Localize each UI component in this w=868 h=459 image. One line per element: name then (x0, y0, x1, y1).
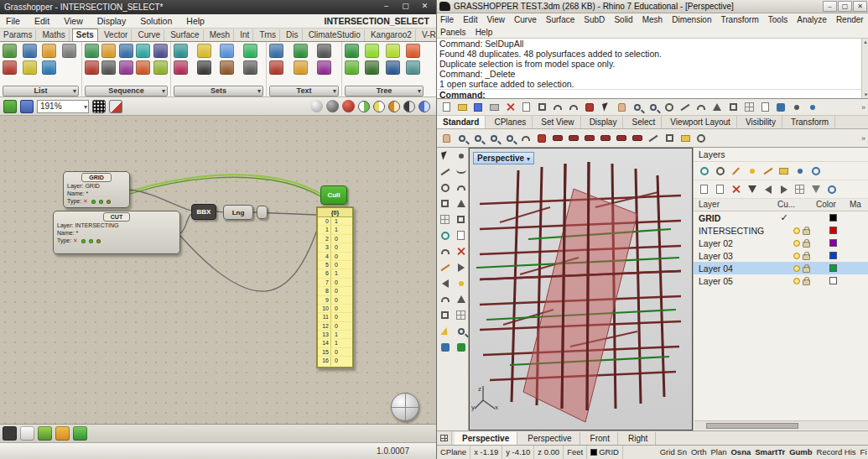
layer-row[interactable]: Layer 02 (694, 237, 868, 249)
menu-dimension[interactable]: Dimension (668, 13, 715, 26)
grid-param-node[interactable]: GRID Layer: GRID Name: * Type: ✕ (63, 171, 130, 208)
remote-panel-icon[interactable] (73, 426, 87, 441)
data-panel-node[interactable]: {0} 01 11 20 30 40 50 61 70 80 90 100 11… (316, 206, 354, 368)
grasshopper-canvas[interactable]: GRID Layer: GRID Name: * Type: ✕ CUT Lay… (0, 116, 436, 424)
toggle-filter[interactable]: Fi (858, 446, 868, 459)
properties-icon[interactable] (757, 100, 772, 114)
tab-kangaroo2[interactable]: Kangaroo2 (367, 29, 416, 42)
error-shield-icon[interactable] (342, 100, 355, 112)
layer-color-swatch[interactable] (829, 214, 837, 222)
polygon-tool-icon[interactable] (453, 196, 469, 211)
menu-view[interactable]: View (483, 13, 508, 26)
tab-vray[interactable]: V-Ray (418, 29, 436, 42)
trim-tool-icon[interactable] (453, 243, 469, 259)
tab-set-view[interactable]: Set View (535, 116, 580, 128)
viewport-layout-icon[interactable] (437, 431, 452, 445)
cylinder-tool-icon[interactable] (453, 227, 469, 243)
layer-on-icon[interactable] (746, 164, 758, 177)
point-tool-icon[interactable] (453, 148, 469, 164)
cull-pattern-icon[interactable] (85, 60, 99, 75)
menu-render[interactable]: Render (833, 13, 867, 26)
layer-notify-icon[interactable] (793, 164, 806, 177)
duplicate-data-icon[interactable] (153, 44, 168, 58)
tab-maths[interactable]: Maths (39, 29, 70, 42)
menu-help[interactable]: Help (180, 14, 211, 28)
repeat-data-icon[interactable] (119, 60, 133, 75)
viewport-title-dropdown[interactable]: Perspective ▾ (473, 152, 534, 164)
tab-sets[interactable]: Sets (72, 29, 98, 42)
layer-row-selected[interactable]: Layer 04 (694, 262, 868, 274)
length-node[interactable]: Lng (223, 205, 253, 220)
toggle-gridsnap[interactable]: Grid Sn (657, 446, 689, 459)
palette-label-list[interactable]: List ▾ (3, 86, 79, 96)
tab-visibility[interactable]: Visibility (740, 116, 782, 128)
layer-row[interactable]: Layer 03 (694, 249, 868, 262)
shaded-display-icon[interactable] (373, 101, 385, 112)
redo-icon[interactable] (566, 100, 581, 114)
menu-solid[interactable]: Solid (611, 13, 636, 26)
menu-file[interactable]: File (437, 13, 457, 26)
new-document-icon[interactable] (3, 100, 17, 113)
tab-display[interactable]: Display (584, 116, 624, 128)
menu-display[interactable]: Display (91, 14, 132, 28)
toolbar-overflow-icon[interactable]: » (861, 103, 867, 112)
command-scrollbar[interactable]: ▲ ▼ (861, 39, 868, 98)
select-objects-icon[interactable] (534, 131, 549, 145)
select-curves-icon[interactable] (566, 131, 581, 145)
toggle-record-history[interactable]: Record His (814, 446, 858, 459)
layer-material-icon[interactable] (761, 164, 774, 177)
minimize-icon[interactable]: – (823, 1, 837, 12)
camera-tool-icon[interactable] (662, 131, 677, 145)
render-icon[interactable] (773, 100, 788, 114)
zoom-extents-icon[interactable] (502, 131, 517, 145)
stack-data-icon[interactable] (136, 60, 150, 75)
close-icon[interactable]: ✕ (853, 1, 867, 12)
command-prompt-input[interactable]: Command: (437, 89, 868, 99)
palette-label-tree[interactable]: Tree ▾ (345, 86, 424, 96)
layer-lock-icon[interactable] (803, 242, 810, 248)
layer-color-swatch[interactable] (829, 264, 837, 272)
flatten-tree-icon[interactable] (345, 44, 359, 58)
filter-funnel-icon[interactable] (809, 183, 822, 196)
type-toggle-icon[interactable] (107, 200, 111, 204)
concatenate-icon[interactable] (269, 44, 283, 58)
menu-tools[interactable]: Tools (765, 13, 791, 26)
tab-transform[interactable]: Transform (785, 116, 835, 128)
maximize-icon[interactable]: ▢ (838, 1, 852, 12)
perspective-viewport[interactable]: Perspective ▾ (469, 148, 693, 430)
toggle-osnap[interactable]: Osna (729, 446, 753, 459)
layers-horizontal-scrollbar[interactable] (694, 420, 868, 430)
current-layer-indicator[interactable]: GRID (587, 446, 623, 459)
pan-icon[interactable] (614, 100, 629, 114)
cplane-indicator[interactable]: CPlane (437, 446, 470, 459)
save-file-icon[interactable] (470, 100, 486, 114)
layer-row[interactable]: INTERSECTING (694, 224, 868, 237)
reverse-list-icon[interactable] (23, 60, 37, 75)
cull-pattern-node[interactable]: Cull (320, 185, 347, 205)
plant-widget-icon[interactable] (38, 426, 52, 441)
cut-param-node[interactable]: CUT Layer: INTERSECTING Name: * Type: ✕ (53, 211, 180, 254)
pointer-tool-icon[interactable] (437, 148, 453, 164)
menu-panels[interactable]: Panels (437, 27, 470, 38)
toggle-planar[interactable]: Plan (709, 446, 729, 459)
undo-icon[interactable] (550, 100, 565, 114)
scroll-down-icon[interactable]: ▼ (862, 91, 868, 98)
menu-mesh[interactable]: Mesh (639, 13, 666, 26)
layer-row[interactable]: GRID ✓ (694, 211, 868, 224)
wireframe-display-icon[interactable] (358, 101, 370, 112)
scrollbar-thumb[interactable] (706, 423, 798, 429)
grasshopper-titlebar[interactable]: Grasshopper - INTERSECTION_SELECT* – ▢ ✕ (0, 0, 436, 14)
object-snap-icon[interactable] (694, 131, 709, 145)
move-icon[interactable] (678, 100, 693, 114)
mirror-icon[interactable] (725, 100, 741, 114)
palette-label-text[interactable]: Text ▾ (269, 86, 339, 96)
select-polysurfaces-icon[interactable] (598, 131, 613, 145)
box-tool-icon[interactable] (453, 211, 469, 227)
tab-display[interactable]: Dis (283, 29, 302, 42)
menu-analyze[interactable]: Analyze (793, 13, 830, 26)
surface-tool-icon[interactable] (437, 211, 453, 227)
select-duplicates-icon[interactable] (550, 131, 565, 145)
current-layer-check-icon[interactable]: ✓ (777, 212, 791, 223)
layer-lock-icon[interactable] (803, 279, 810, 285)
rotate-tool-icon[interactable] (437, 291, 453, 307)
